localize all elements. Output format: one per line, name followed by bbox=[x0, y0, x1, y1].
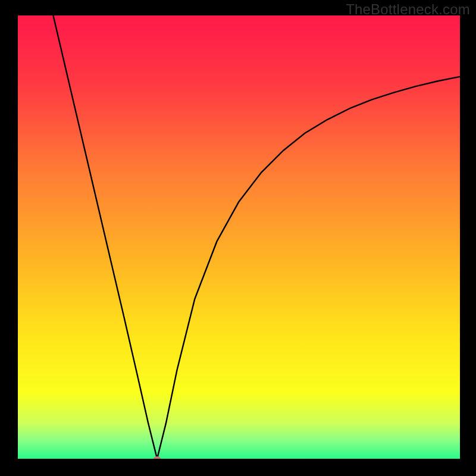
watermark-text: TheBottleneck.com bbox=[346, 1, 470, 18]
bottleneck-curve bbox=[53, 15, 460, 459]
optimal-point-marker bbox=[154, 456, 161, 459]
curve-layer bbox=[18, 15, 460, 459]
chart-frame: TheBottleneck.com bbox=[0, 0, 476, 476]
plot-area bbox=[18, 15, 460, 459]
